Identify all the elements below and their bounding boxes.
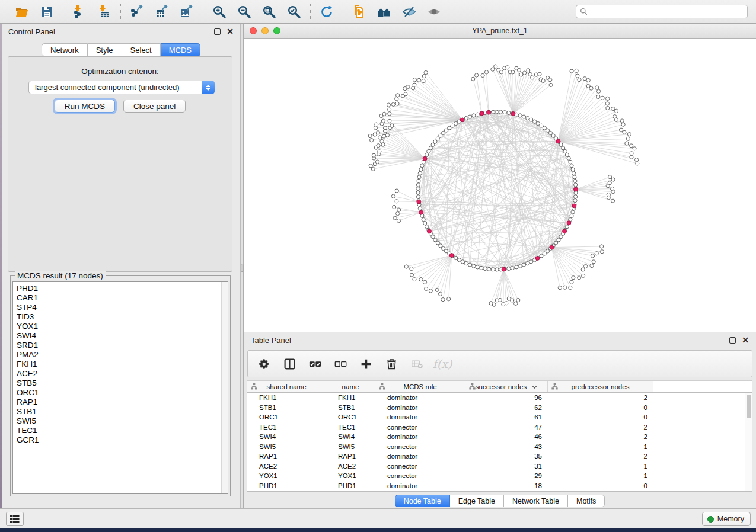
result-node-item[interactable]: STB1 [17,407,219,416]
cell-MCDS-role[interactable]: dominator [375,404,465,411]
tab-network[interactable]: Network [42,43,88,56]
table-row[interactable]: ACE2ACE2connector311 [247,462,752,472]
create-column-icon[interactable] [358,356,374,371]
table-row[interactable]: SWI5SWI5connector431 [247,442,752,452]
cell-name[interactable]: RAP1 [326,453,375,460]
cell-name[interactable]: ACE2 [326,463,375,470]
cell-MCDS-role[interactable]: connector [375,443,465,450]
zoom-fit-icon[interactable] [261,4,277,20]
tab-edge-table[interactable]: Edge Table [450,495,504,507]
cell-successor-nodes[interactable]: 62 [465,404,548,411]
cell-shared-name[interactable]: TEC1 [247,424,326,431]
result-node-item[interactable]: FKH1 [17,360,219,369]
table-scrollbar-thumb[interactable] [747,395,751,418]
result-node-item[interactable]: STB5 [17,379,219,388]
first-neighbors-icon[interactable] [376,4,393,20]
result-node-item[interactable]: STP4 [17,303,219,312]
run-mcds-button[interactable]: Run MCDS [55,100,115,113]
result-node-item[interactable]: SWI5 [17,416,219,426]
result-node-item[interactable]: SRD1 [17,341,219,350]
cell-name[interactable]: SWI5 [326,443,375,450]
cell-name[interactable]: TEC1 [326,424,375,431]
cell-name[interactable]: SWI4 [326,433,375,440]
cell-predecessor-nodes[interactable]: 2 [548,433,653,440]
cell-shared-name[interactable]: RAP1 [247,453,326,460]
task-history-button[interactable] [6,512,24,526]
export-table-icon[interactable] [154,4,170,20]
table-row[interactable]: RAP1RAP1dominator352 [247,451,752,462]
network-graph[interactable] [244,39,756,332]
save-session-icon[interactable] [39,4,55,20]
cell-name[interactable]: PHD1 [326,482,375,489]
table-row[interactable]: YOX1YOX1connector291 [247,471,752,481]
tab-style[interactable]: Style [88,43,122,56]
table-settings-icon[interactable] [256,356,272,371]
cell-successor-nodes[interactable]: 47 [465,424,548,431]
cell-shared-name[interactable]: ACE2 [247,463,326,470]
tab-select[interactable]: Select [122,43,161,56]
refresh-icon[interactable] [318,4,335,20]
memory-button[interactable]: Memory [702,512,751,526]
column-header-MCDS-role[interactable]: MCDS role [375,381,465,392]
export-image-icon[interactable] [178,4,195,20]
result-node-item[interactable]: ORC1 [17,388,219,398]
cell-successor-nodes[interactable]: 43 [465,443,548,450]
close-panel-icon[interactable]: ✕ [227,27,234,36]
cell-MCDS-role[interactable]: connector [375,424,465,431]
tab-mcds[interactable]: MCDS [161,43,200,56]
cell-predecessor-nodes[interactable]: 1 [548,463,653,470]
export-network-icon[interactable] [129,4,145,20]
table-row[interactable]: SWI4SWI4dominator462 [247,432,752,442]
cell-successor-nodes[interactable]: 29 [465,472,548,479]
zoom-selected-icon[interactable] [286,4,302,20]
cell-predecessor-nodes[interactable]: 2 [548,394,653,401]
result-node-item[interactable]: ACE2 [17,369,219,379]
hide-selected-icon[interactable] [401,4,417,20]
result-node-item[interactable]: PHD1 [17,284,219,293]
zoom-out-icon[interactable] [236,4,253,20]
column-header-shared-name[interactable]: shared name [247,381,326,392]
show-all-icon[interactable] [426,4,442,20]
open-session-icon[interactable] [14,4,30,20]
cell-MCDS-role[interactable]: dominator [375,482,465,489]
tab-motifs[interactable]: Motifs [568,495,605,507]
cell-name[interactable]: STB1 [326,404,375,411]
cell-successor-nodes[interactable]: 31 [465,463,548,470]
cell-shared-name[interactable]: STB1 [247,404,326,411]
float-panel-icon[interactable] [214,28,221,35]
search-box[interactable] [576,5,748,18]
select-all-columns-icon[interactable] [307,356,323,371]
criterion-dropdown[interactable]: largest connected component (undirected) [28,81,215,94]
cell-predecessor-nodes[interactable]: 0 [548,404,653,411]
result-node-item[interactable]: TID3 [17,312,219,322]
cell-shared-name[interactable]: ORC1 [247,414,326,421]
result-node-item[interactable]: CAR1 [17,293,219,303]
cell-successor-nodes[interactable]: 96 [465,394,548,401]
result-node-item[interactable]: GCR1 [17,435,219,445]
result-node-item[interactable]: TEC1 [17,426,219,435]
tab-node-table[interactable]: Node Table [395,495,450,507]
cell-name[interactable]: ORC1 [326,414,375,421]
cell-predecessor-nodes[interactable]: 2 [548,453,653,460]
close-panel-button[interactable]: Close panel [123,100,186,113]
table-row[interactable]: TEC1TEC1connector472 [247,422,752,432]
cell-successor-nodes[interactable]: 61 [465,414,548,421]
column-header-name[interactable]: name [326,381,375,392]
tab-network-table[interactable]: Network Table [504,495,568,507]
result-node-item[interactable]: YOX1 [17,322,219,331]
import-table-icon[interactable] [96,4,113,20]
cell-predecessor-nodes[interactable]: 1 [548,472,653,479]
close-table-panel-icon[interactable]: ✕ [742,336,749,344]
table-row[interactable]: FKH1FKH1dominator962 [247,393,752,403]
cell-MCDS-role[interactable]: connector [375,472,465,479]
network-canvas[interactable] [244,39,756,332]
cell-predecessor-nodes[interactable]: 1 [548,443,653,450]
table-row[interactable]: STB1STB1dominator620 [247,403,752,413]
delete-columns-icon[interactable] [384,356,399,371]
search-input[interactable] [591,8,744,16]
zoom-in-icon[interactable] [211,4,228,20]
cell-successor-nodes[interactable]: 35 [465,453,548,460]
mcds-result-list[interactable]: PHD1CAR1STP4TID3YOX1SWI4SRD1PMA2FKH1ACE2… [12,281,228,494]
share-document-icon[interactable] [351,4,368,20]
result-node-item[interactable]: RAP1 [17,398,219,407]
